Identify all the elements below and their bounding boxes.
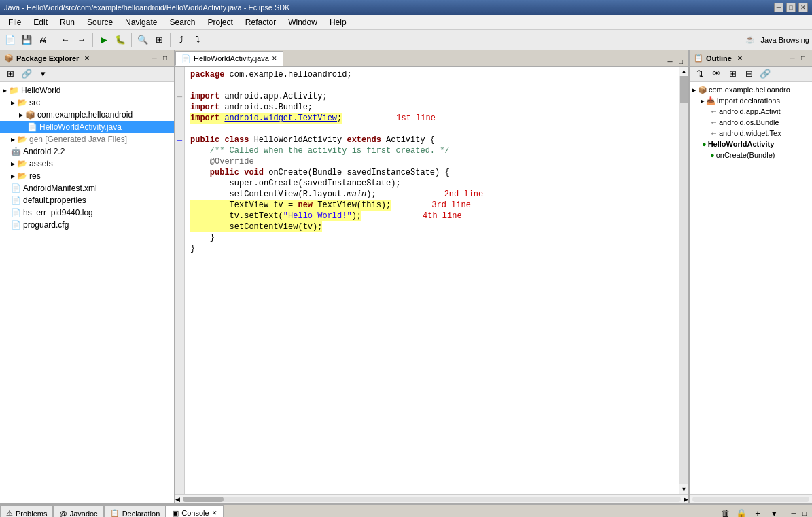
bottom-max-btn[interactable]: □ [800,508,809,517]
outline-max-btn[interactable]: □ [798,54,808,63]
toolbar-forward[interactable]: → [74,33,89,48]
outline-expand-icon: ▸ [692,86,696,94]
console-dropdown[interactable]: ▾ [766,505,781,517]
gutter-mark [177,156,183,167]
maximize-button[interactable]: □ [786,3,796,12]
tree-item-activity-java[interactable]: 📄 HelloWorldActivity.java [0,121,174,133]
toolbar-new[interactable]: 📄 [3,33,18,48]
toolbar-back[interactable]: ← [58,33,73,48]
menu-file[interactable]: File [3,16,27,29]
editor-tab-activity[interactable]: 📄 HelloWorldActivity.java ✕ [175,51,283,66]
toolbar-debug[interactable]: 🐛 [113,33,128,48]
editor-scrollbar-thumb[interactable] [183,497,224,502]
folder-icon: 📂 [17,171,27,181]
bottom-min-btn[interactable]: ─ [789,508,798,517]
pe-header-right: ─ □ [149,54,170,63]
tab-console[interactable]: ▣ Console ✕ [166,505,223,517]
pe-close-icon[interactable]: ✕ [84,55,90,62]
tree-item-package[interactable]: ▸ 📦 com.example.helloandroid [0,109,174,121]
outline-item-method[interactable]: ● onCreate(Bundle) [690,149,812,160]
outline-label: import declarations [717,96,780,105]
console-clear-btn[interactable]: 🗑 [718,505,732,517]
editor-scroll-thumb[interactable] [680,76,688,103]
editor-scroll-track[interactable] [679,76,688,484]
tree-item-default-props[interactable]: 📄 default.properties [0,194,174,207]
tree-item-helloworld[interactable]: ▸ 📁 HelloWorld [0,84,174,96]
outline-expand-btn[interactable]: ⊞ [725,67,740,82]
pe-dropdown[interactable]: ▾ [35,67,50,82]
toolbar-run[interactable]: ▶ [96,33,111,48]
tab-close-icon[interactable]: ✕ [212,510,217,516]
toolbar-next-edit[interactable]: ⤵ [190,33,205,48]
tab-declaration[interactable]: 📋 Declaration [104,505,166,517]
outline-collapse-btn[interactable]: ⊟ [741,67,756,82]
tree-item-android22[interactable]: 🤖 Android 2.2 [0,145,174,158]
outline-item-import-activity[interactable]: ← android.app.Activit [690,106,812,117]
toolbar-save[interactable]: 💾 [19,33,34,48]
outline-hscroll-track[interactable] [692,497,809,502]
tab-javadoc[interactable]: @ Javadoc [53,505,103,517]
menu-refactor[interactable]: Refactor [240,16,281,29]
outline-toolbar: ⇅ 👁 ⊞ ⊟ 🔗 [690,67,812,82]
tree-label: gen [Generated Java Files] [29,135,127,144]
menu-navigate[interactable]: Navigate [120,16,162,29]
toolbar-refs[interactable]: ⊞ [152,33,166,48]
code-area[interactable]: package com.example.helloandroid; import… [185,67,679,494]
folder-icon: 📂 [17,159,27,168]
outline-item-import-textview[interactable]: ← android.widget.Tex [690,128,812,139]
pe-link-editor[interactable]: 🔗 [19,67,34,82]
minimize-button[interactable]: ─ [774,3,783,12]
outline-close-icon[interactable]: ✕ [737,55,743,62]
editor-scrollbar-h[interactable]: ◀ ▶ [175,494,688,503]
outline-min-btn[interactable]: ─ [788,54,797,63]
outline-item-import-bundle[interactable]: ← android.os.Bundle [690,117,812,128]
editor-vscrollbar[interactable]: ▲ ▼ [679,67,688,494]
menu-source[interactable]: Source [82,16,118,29]
hscroll-right-arrow[interactable]: ▶ [684,496,688,503]
gutter-collapse-2[interactable]: ─ [177,135,183,145]
tree-item-manifest[interactable]: 📄 AndroidManifest.xml [0,182,174,194]
tree-item-assets[interactable]: ▸ 📂 assets [0,158,174,170]
menu-project[interactable]: Project [202,16,238,29]
toolbar-prev-edit[interactable]: ⤴ [174,33,189,48]
toolbar-search[interactable]: 🔍 [135,33,150,48]
hscroll-left-arrow[interactable]: ◀ [175,496,180,503]
tree-item-src[interactable]: ▸ 📂 src [0,96,174,109]
editor-maximize-btn[interactable]: □ [676,56,686,66]
menu-help[interactable]: Help [324,16,352,29]
outline-label: android.os.Bundle [719,118,779,126]
toolbar-print[interactable]: 🖨 [35,33,50,48]
menu-search[interactable]: Search [164,16,200,29]
pe-minimize-btn[interactable]: ─ [149,54,159,63]
outline-sort-btn[interactable]: ⇅ [692,67,707,82]
outline-hide-btn[interactable]: 👁 [709,67,724,82]
pe-maximize-btn[interactable]: □ [160,54,170,63]
outline-scrollbar-h[interactable] [690,494,812,503]
bottom-tab-bar: ⚠ Problems @ Javadoc 📋 Declaration ▣ Con… [0,505,812,517]
editor-scrollbar-track[interactable] [183,497,681,502]
tree-item-proguard[interactable]: 📄 proguard.cfg [0,219,174,231]
import-highlight: import android.widget.TextView; [190,113,342,124]
tree-item-res[interactable]: ▸ 📂 res [0,170,174,182]
tree-item-log[interactable]: 📄 hs_err_pid9440.log [0,207,174,219]
editor-minimize-btn[interactable]: ─ [665,56,675,66]
console-scroll-lock[interactable]: 🔒 [734,505,749,517]
menu-window[interactable]: Window [283,16,323,29]
console-new-btn[interactable]: + [750,505,765,517]
outline-item-imports[interactable]: ▸ 📥 import declarations [690,95,812,106]
outline-item-package[interactable]: ▸ 📦 com.example.helloandro [690,84,812,95]
code-line-5: import android.widget.TextView; 1st line [190,113,673,124]
outline-class-circle: ● [702,140,707,148]
editor-scroll-down[interactable]: ▼ [679,484,689,494]
outline-item-class[interactable]: ● HelloWorldActivity [690,139,812,149]
outline-link-btn[interactable]: 🔗 [758,67,773,82]
code-line-9: @Override [190,156,673,167]
menu-edit[interactable]: Edit [28,16,53,29]
tree-item-gen[interactable]: ▸ 📂 gen [Generated Java Files] [0,133,174,145]
editor-tab-close[interactable]: ✕ [272,55,277,62]
menu-run[interactable]: Run [54,16,80,29]
tab-problems[interactable]: ⚠ Problems [0,505,53,517]
close-button[interactable]: ✕ [798,3,808,12]
pe-collapse-all[interactable]: ⊞ [3,67,18,82]
editor-scroll-up[interactable]: ▲ [679,67,689,76]
